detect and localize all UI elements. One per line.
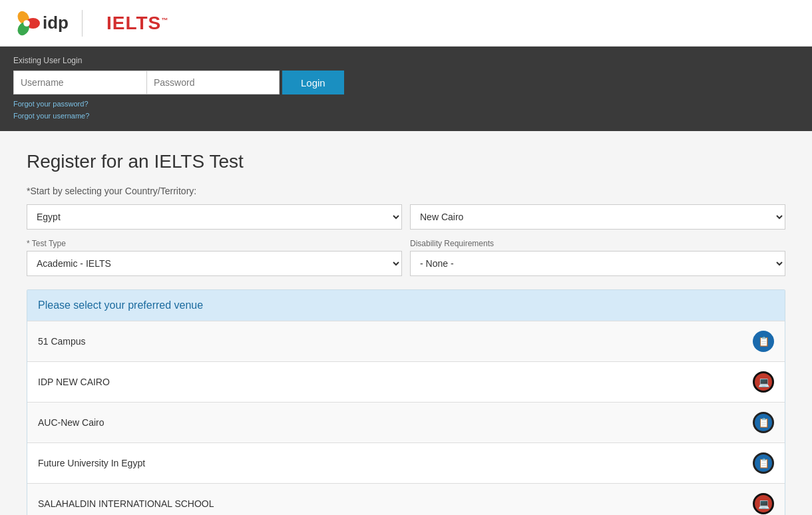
forgot-username-link[interactable]: Forgot your username?: [13, 110, 799, 122]
venue-book-icon[interactable]: 📋: [753, 452, 774, 474]
ielts-wordmark: IELTS™: [106, 13, 168, 34]
page-title: Register for an IELTS Test: [27, 151, 785, 172]
login-form: Login: [13, 71, 799, 94]
venue-row: AUC-New Cairo 📋: [27, 402, 785, 442]
disability-label: Disability Requirements: [410, 239, 785, 248]
password-input[interactable]: [146, 71, 280, 94]
test-type-group: * Test Type Academic - IELTS: [27, 239, 402, 276]
login-links: Forgot your password? Forgot your userna…: [13, 98, 799, 122]
venue-name: AUC-New Cairo: [38, 417, 753, 428]
country-city-row: Egypt New Cairo: [27, 204, 785, 230]
idp-logo: idp: [13, 10, 83, 37]
header: idp IELTS™: [0, 0, 812, 47]
country-subtitle: *Start by selecting your Country/Territo…: [27, 186, 785, 196]
venue-name: SALAHALDIN INTERNATIONAL SCHOOL: [38, 498, 753, 509]
venue-row: IDP NEW CAIRO 💻: [27, 361, 785, 402]
venue-computer-icon[interactable]: 💻: [753, 493, 774, 514]
venue-computer-icon[interactable]: 💻: [753, 371, 774, 393]
login-button[interactable]: Login: [282, 71, 344, 94]
idp-flower-icon: [13, 10, 40, 37]
venue-row: Future University In Egypt 📋: [27, 442, 785, 483]
venue-row: SALAHALDIN INTERNATIONAL SCHOOL 💻: [27, 483, 785, 515]
venue-book-icon[interactable]: 📋: [753, 412, 774, 433]
svg-point-3: [23, 20, 30, 27]
country-group: Egypt: [27, 204, 402, 230]
venue-section: Please select your preferred venue 51 Ca…: [27, 289, 785, 515]
venue-header: Please select your preferred venue: [27, 290, 785, 321]
forgot-password-link[interactable]: Forgot your password?: [13, 98, 799, 110]
idp-wordmark: idp: [43, 13, 69, 33]
main-content: Register for an IELTS Test *Start by sel…: [0, 131, 812, 515]
login-bar: Existing User Login Login Forgot your pa…: [0, 47, 812, 131]
disability-select[interactable]: - None -: [410, 251, 785, 276]
test-type-select[interactable]: Academic - IELTS: [27, 251, 402, 276]
venue-name: 51 Campus: [38, 336, 753, 347]
venue-name: IDP NEW CAIRO: [38, 377, 753, 387]
disability-group: Disability Requirements - None -: [410, 239, 785, 276]
test-type-label: * Test Type: [27, 239, 402, 248]
venue-book-icon[interactable]: 📋: [753, 331, 774, 352]
username-input[interactable]: [13, 71, 146, 94]
city-select[interactable]: New Cairo: [410, 204, 785, 230]
login-label: Existing User Login: [13, 56, 799, 65]
venue-row: 51 Campus 📋: [27, 321, 785, 361]
city-group: New Cairo: [410, 204, 785, 230]
country-select[interactable]: Egypt: [27, 204, 402, 230]
test-disability-row: * Test Type Academic - IELTS Disability …: [27, 239, 785, 276]
venue-name: Future University In Egypt: [38, 458, 753, 468]
